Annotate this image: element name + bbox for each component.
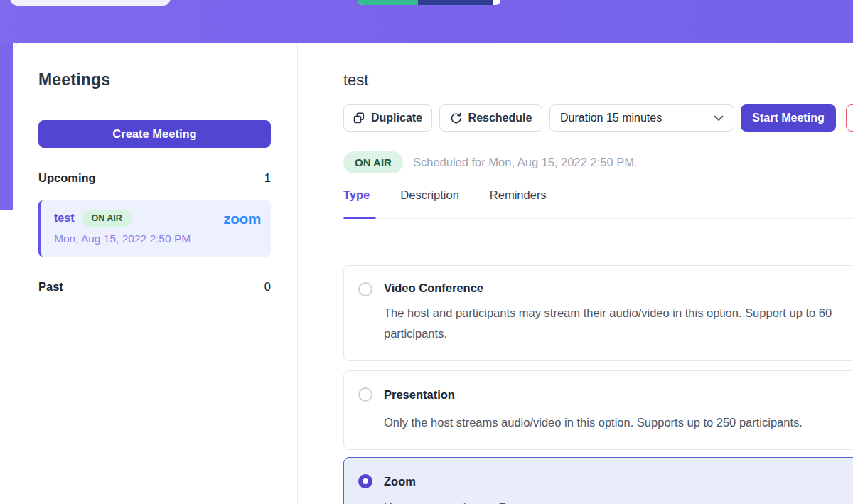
status-row: ON AIR Scheduled for Mon, Aug 15, 2022 2… <box>343 151 638 173</box>
copy-icon <box>353 112 365 124</box>
option-description: The host and participants may stream the… <box>384 303 853 344</box>
progress-navy-segment <box>418 0 493 5</box>
option-zoom[interactable]: Zoom Host your meeting on Zoom <box>343 457 853 504</box>
radio-unchecked-icon[interactable] <box>358 387 372 402</box>
upcoming-count: 1 <box>264 171 271 185</box>
meetings-sidebar: Meetings Create Meeting Upcoming 1 test … <box>13 43 297 504</box>
option-description: Host your meeting on Zoom <box>384 498 853 504</box>
meeting-item-row: test ON AIR zoom <box>54 210 261 227</box>
duration-select[interactable]: Duration 15 minutes <box>549 104 734 132</box>
duplicate-label: Duplicate <box>371 112 422 124</box>
create-meeting-button[interactable]: Create Meeting <box>38 120 271 148</box>
banner-left-strip <box>0 43 13 210</box>
past-label: Past <box>38 280 63 294</box>
option-description: Only the host streams audio/video in thi… <box>384 412 853 433</box>
past-section-header: Past 0 <box>38 278 271 295</box>
top-banner <box>0 0 853 43</box>
tab-reminders[interactable]: Reminders <box>490 186 547 218</box>
zoom-logo: zoom <box>223 211 261 226</box>
radio-checked-icon[interactable] <box>358 474 372 488</box>
meeting-title: test <box>343 71 368 90</box>
upcoming-label: Upcoming <box>38 171 96 185</box>
option-title: Presentation <box>384 388 455 402</box>
active-tab-underline <box>343 217 376 219</box>
reschedule-icon <box>450 112 462 124</box>
meeting-datetime: Mon, Aug 15, 2022 2:50 PM <box>54 232 261 245</box>
option-title: Video Conference <box>384 282 483 295</box>
sidebar-title: Meetings <box>38 70 110 90</box>
option-video-conference[interactable]: Video Conference The host and participan… <box>343 265 853 361</box>
start-meeting-button[interactable]: Start Meeting <box>741 104 836 132</box>
meeting-list-item[interactable]: test ON AIR zoom Mon, Aug 15, 2022 2:50 … <box>38 200 271 257</box>
cutoff-progress-bar <box>358 0 500 5</box>
reschedule-button[interactable]: Reschedule <box>439 104 542 132</box>
cutoff-card-top-left <box>10 0 171 6</box>
chevron-down-icon <box>714 115 724 122</box>
duration-value: Duration 15 minutes <box>560 112 662 124</box>
tab-bar: Type Description Reminders <box>343 186 853 219</box>
progress-green-segment <box>358 0 418 5</box>
past-count: 0 <box>264 280 271 294</box>
radio-unchecked-icon[interactable] <box>358 282 372 296</box>
tab-description[interactable]: Description <box>400 186 459 218</box>
duplicate-button[interactable]: Duplicate <box>343 104 432 132</box>
on-air-status-badge: ON AIR <box>343 151 403 173</box>
scheduled-text: Scheduled for Mon, Aug 15, 2022 2:50 PM. <box>413 156 638 169</box>
option-presentation[interactable]: Presentation Only the host streams audio… <box>343 370 853 450</box>
meeting-name: test <box>54 212 74 225</box>
meeting-detail-panel: test Duplicate Reschedule Duration 15 mi… <box>298 43 853 504</box>
reschedule-label: Reschedule <box>468 112 532 124</box>
tab-type[interactable]: Type <box>343 186 370 218</box>
upcoming-section-header: Upcoming 1 <box>38 169 271 186</box>
option-title: Zoom <box>384 475 416 488</box>
on-air-badge: ON AIR <box>82 210 131 227</box>
delete-button-cutoff[interactable] <box>846 104 853 132</box>
